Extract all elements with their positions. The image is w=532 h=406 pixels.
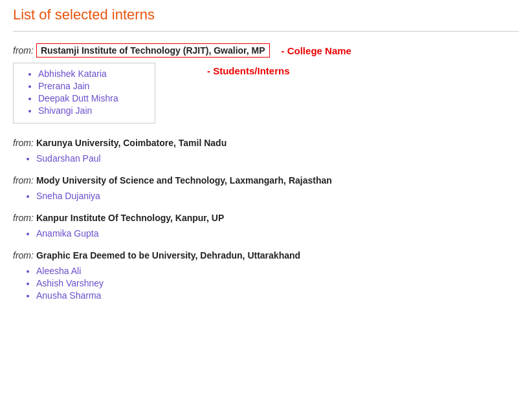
college-entry-rjit: from: Rustamji Institute of Technology (…: [13, 43, 519, 126]
college-row: from: Karunya University, Coimbatore, Ta…: [13, 138, 519, 148]
annotation-college: - College Name: [282, 45, 351, 56]
from-label: from:: [13, 250, 34, 261]
divider: [13, 31, 519, 32]
list-item: Aleesha Ali: [36, 266, 519, 276]
list-item: Shivangi Jain: [38, 105, 146, 116]
college-entry-karunya: from: Karunya University, Coimbatore, Ta…: [13, 138, 519, 164]
college-name-karunya: Karunya University, Coimbatore, Tamil Na…: [36, 138, 227, 148]
college-row: from: Mody University of Science and Tec…: [13, 175, 519, 186]
college-row: from: Rustamji Institute of Technology (…: [13, 43, 519, 58]
college-name-graphic-era: Graphic Era Deemed to be University, Deh…: [36, 250, 300, 261]
college-entry-mody: from: Mody University of Science and Tec…: [13, 175, 519, 201]
list-item: Sudarshan Paul: [36, 153, 519, 164]
students-annotation-row: Abhishek Kataria Prerana Jain Deepak Dut…: [13, 63, 519, 126]
students-list-kanpur: Anamika Gupta: [13, 228, 519, 239]
from-label: from:: [13, 175, 34, 186]
students-list-mody: Sneha Dujaniya: [13, 191, 519, 201]
students-list-karunya: Sudarshan Paul: [13, 153, 519, 164]
list-item: Anamika Gupta: [36, 228, 519, 239]
list-item: Prerana Jain: [38, 81, 146, 91]
students-box: Abhishek Kataria Prerana Jain Deepak Dut…: [13, 63, 155, 123]
students-list-rjit: Abhishek Kataria Prerana Jain Deepak Dut…: [27, 69, 146, 116]
college-entry-kanpur: from: Kanpur Institute Of Technology, Ka…: [13, 213, 519, 239]
list-item: Sneha Dujaniya: [36, 191, 519, 201]
college-name-rjit: Rustamji Institute of Technology (RJIT),…: [36, 43, 270, 58]
list-item: Anusha Sharma: [36, 290, 519, 301]
page-title: List of selected interns: [13, 6, 519, 23]
from-label: from:: [13, 45, 34, 56]
list-item: Ashish Varshney: [36, 278, 519, 288]
college-entry-graphic-era: from: Graphic Era Deemed to be Universit…: [13, 250, 519, 301]
list-item: Abhishek Kataria: [38, 69, 146, 79]
college-row: from: Kanpur Institute Of Technology, Ka…: [13, 213, 519, 223]
students-list-graphic-era: Aleesha Ali Ashish Varshney Anusha Sharm…: [13, 266, 519, 301]
annotation-students: - Students/Interns: [207, 65, 290, 76]
college-row: from: Graphic Era Deemed to be Universit…: [13, 250, 519, 261]
from-label: from:: [13, 213, 34, 223]
from-label: from:: [13, 138, 34, 148]
list-item: Deepak Dutt Mishra: [38, 93, 146, 103]
college-name-kanpur: Kanpur Institute Of Technology, Kanpur, …: [36, 213, 224, 223]
college-name-mody: Mody University of Science and Technolog…: [36, 175, 332, 186]
